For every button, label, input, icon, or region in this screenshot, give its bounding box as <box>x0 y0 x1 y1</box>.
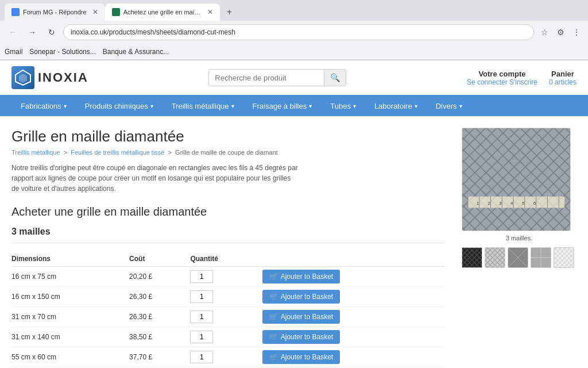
thumbnail-3[interactable] <box>508 247 528 268</box>
image-caption: 3 mailles. <box>462 235 577 241</box>
search-input[interactable] <box>209 70 324 86</box>
cell-dimensions: 55 cm x 60 cm <box>11 347 129 367</box>
add-basket-btn-3-1[interactable]: 🛒 Ajouter to Basket <box>262 290 340 304</box>
nav-produits-chimiques-arrow: ▾ <box>150 103 153 109</box>
cart-info[interactable]: 0 articles <box>549 78 577 86</box>
cell-dimensions: 31 cm x 140 cm <box>11 327 129 347</box>
add-basket-btn-3-0[interactable]: 🛒 Ajouter to Basket <box>262 270 340 283</box>
main-nav: Fabrications ▾ Produits chimiques ▾ Trei… <box>0 96 588 116</box>
bookmark-banque[interactable]: Banque & Assuranc... <box>103 48 169 56</box>
thumbnail-row <box>462 247 577 268</box>
product-description: Notre treillis d'origine peut être coupé… <box>11 163 299 194</box>
add-basket-label: Ajouter to Basket <box>281 293 333 301</box>
header-right: Votre compte Se connecter S'inscrire Pan… <box>467 70 577 86</box>
qty-input-3-3[interactable] <box>190 331 213 343</box>
cart-section: Panier 0 articles <box>549 70 577 86</box>
nav-laboratoire-label: Laboratoire <box>374 102 412 110</box>
nav-tubes-label: Tubes <box>330 102 351 110</box>
cell-qty <box>190 287 262 307</box>
qty-input-3-2[interactable] <box>190 310 213 323</box>
add-basket-label: Ajouter to Basket <box>281 313 333 321</box>
site-header: INOXIA 🔍 Votre compte Se connecter S'ins… <box>0 60 588 96</box>
cell-cost: 38,50 £ <box>129 327 190 347</box>
bookmark-star-button[interactable]: ☆ <box>537 25 551 39</box>
browser-controls: ← → ↻ ☆ ⚙ ⋮ <box>0 21 588 44</box>
tab-favicon-forum <box>11 8 20 16</box>
breadcrumb-treillis[interactable]: Treillis métallique <box>11 149 60 156</box>
account-label: Votre compte <box>467 70 537 78</box>
tab-close-inoxia[interactable]: ✕ <box>207 8 213 16</box>
account-section: Votre compte Se connecter S'inscrire <box>467 70 537 86</box>
bookmark-gmail[interactable]: Gmail <box>5 48 22 56</box>
add-basket-label: Ajouter to Basket <box>281 273 333 281</box>
nav-tubes[interactable]: Tubes ▾ <box>321 96 365 116</box>
table-row: 16 cm x 150 cm 26,30 £ 🛒 Ajouter to Bask… <box>11 287 444 307</box>
search-button[interactable]: 🔍 <box>324 70 346 86</box>
nav-laboratoire-arrow: ▾ <box>415 103 417 109</box>
svg-text:2: 2 <box>488 201 490 206</box>
extensions-button[interactable]: ⚙ <box>554 25 567 39</box>
table-row: 31 cm x 140 cm 38,50 £ 🛒 Ajouter to Bask… <box>11 327 444 347</box>
back-button[interactable]: ← <box>5 24 21 40</box>
nav-treillis[interactable]: Treillis métallique ▾ <box>163 96 243 116</box>
nav-divers[interactable]: Divers ▾ <box>427 96 471 116</box>
content-right: 1 2 3 4 5 6 3 mailles. <box>462 128 577 368</box>
breadcrumb-feuilles[interactable]: Feuilles de treillis métallique tissé <box>71 149 164 156</box>
table-row: 16 cm x 75 cm 20,20 £ 🛒 Ajouter to Baske… <box>11 267 444 287</box>
thumbnail-1[interactable] <box>462 247 482 268</box>
tab-inoxia[interactable]: Achetez une grille en maille dia... ✕ <box>105 3 220 21</box>
col-dimensions-3: Dimensions <box>11 251 129 267</box>
cell-dimensions: 16 cm x 75 cm <box>11 267 129 287</box>
product-image-main: 1 2 3 4 5 6 <box>462 128 571 231</box>
table-row: 31 cm x 70 cm 26,30 £ 🛒 Ajouter to Baske… <box>11 307 444 327</box>
nav-tubes-arrow: ▾ <box>353 103 356 109</box>
nav-produits-chimiques[interactable]: Produits chimiques ▾ <box>76 96 163 116</box>
cart-icon: 🛒 <box>269 313 278 321</box>
tab-title-forum: Forum MG - Répondre <box>23 9 87 16</box>
svg-text:6: 6 <box>533 201 536 206</box>
register-link[interactable]: S'inscrire <box>509 78 537 86</box>
bookmark-sonepar[interactable]: Sonepar - Solutions... <box>29 48 95 56</box>
cell-qty <box>190 267 262 287</box>
cell-dimensions: 16 cm x 150 cm <box>11 287 129 307</box>
thumbnail-5[interactable] <box>554 247 574 268</box>
cell-cost: 37,70 £ <box>129 347 190 367</box>
nav-fabrications[interactable]: Fabrications ▾ <box>11 96 76 116</box>
new-tab-button[interactable]: + <box>223 7 235 17</box>
nav-fraisage[interactable]: Fraisage à billes ▾ <box>243 96 322 116</box>
thumbnail-4[interactable] <box>531 247 551 268</box>
add-basket-btn-3-3[interactable]: 🛒 Ajouter to Basket <box>262 330 340 344</box>
buy-section-title: Acheter une grille en maille diamantée <box>11 205 444 218</box>
menu-button[interactable]: ⋮ <box>570 25 583 39</box>
cell-action: 🛒 Ajouter to Basket <box>262 327 444 347</box>
table-3-mailles: Dimensions Coût Quantité 16 cm x 75 cm 2… <box>11 251 444 368</box>
reload-button[interactable]: ↻ <box>44 24 60 40</box>
table-row: 55 cm x 60 cm 37,70 £ 🛒 Ajouter to Baske… <box>11 347 444 367</box>
tab-close-forum[interactable]: ✕ <box>92 8 98 16</box>
svg-text:3: 3 <box>499 201 502 206</box>
qty-input-3-4[interactable] <box>190 351 213 363</box>
add-basket-btn-3-4[interactable]: 🛒 Ajouter to Basket <box>262 350 340 364</box>
bookmarks-bar: Gmail Sonepar - Solutions... Banque & As… <box>0 44 588 60</box>
address-bar[interactable] <box>63 24 534 40</box>
col-cost-3: Coût <box>129 251 190 267</box>
svg-rect-6 <box>462 128 570 231</box>
thumbnail-2[interactable] <box>485 247 505 268</box>
add-basket-label: Ajouter to Basket <box>281 353 333 361</box>
section-3-mailles-title: 3 mailles <box>11 227 444 237</box>
cell-qty <box>190 307 262 327</box>
add-basket-btn-3-2[interactable]: 🛒 Ajouter to Basket <box>262 310 340 324</box>
cart-icon: 🛒 <box>269 333 278 341</box>
cell-cost: 20,20 £ <box>129 267 190 287</box>
login-link[interactable]: Se connecter <box>467 78 508 86</box>
logo-icon <box>11 66 34 89</box>
breadcrumb-current: Grille de maille de coupe de diamant <box>175 149 278 156</box>
divider-3-mailles <box>11 243 444 243</box>
qty-input-3-0[interactable] <box>190 270 213 283</box>
nav-laboratoire[interactable]: Laboratoire ▾ <box>365 96 427 116</box>
qty-input-3-1[interactable] <box>190 290 213 303</box>
nav-treillis-arrow: ▾ <box>231 103 234 109</box>
tab-forum[interactable]: Forum MG - Répondre ✕ <box>5 3 105 21</box>
forward-button[interactable]: → <box>24 24 40 40</box>
browser-actions: ☆ ⚙ ⋮ <box>537 25 583 39</box>
